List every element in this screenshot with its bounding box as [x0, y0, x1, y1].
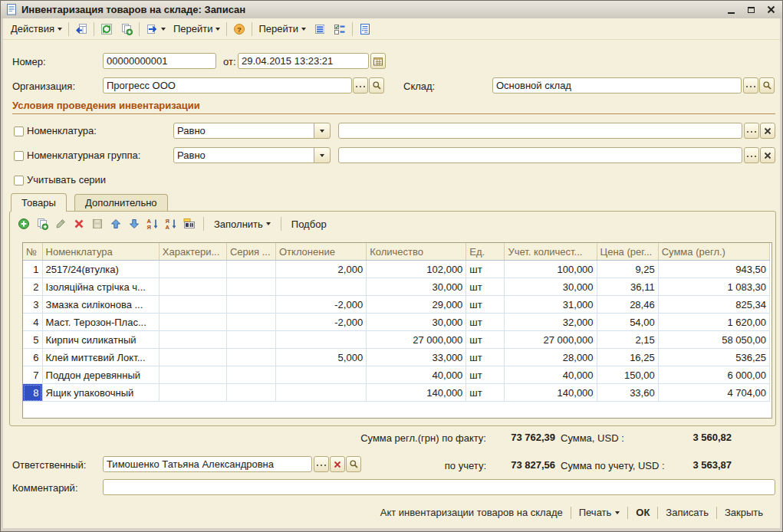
cell-col9[interactable]: 1 083,30	[658, 278, 769, 296]
cell-col2[interactable]	[159, 296, 226, 314]
column-header[interactable]: Учет. количест...	[505, 243, 597, 261]
nomgroup-clear-button[interactable]	[760, 147, 775, 163]
cell-col6[interactable]: шт	[466, 366, 505, 384]
cell-col7[interactable]: 32,000	[505, 314, 597, 331]
cell-col5[interactable]: 30,000	[367, 278, 466, 296]
refresh-button[interactable]	[97, 21, 117, 37]
cell-col0[interactable]: 5	[23, 331, 42, 349]
cell-col8[interactable]: 33,60	[597, 384, 658, 402]
cell-col2[interactable]	[159, 261, 226, 278]
organization-select-button[interactable]	[353, 77, 368, 94]
pick-button[interactable]: Подбор	[289, 217, 329, 232]
act-button[interactable]: Акт инвентаризации товаров на складе	[373, 504, 571, 521]
cell-col4[interactable]	[275, 278, 366, 296]
cell-col1[interactable]: Кирпич силикатный	[42, 331, 159, 349]
cell-col7[interactable]: 27 000,000	[505, 331, 597, 349]
table-row[interactable]: 4Маст. Терозон-Плас...-2,00030,000шт32,0…	[23, 314, 770, 331]
cell-col3[interactable]	[226, 296, 275, 314]
number-input[interactable]	[103, 53, 216, 69]
cell-col8[interactable]: 9,25	[597, 261, 658, 278]
column-header[interactable]: Цена (рег...	[597, 243, 658, 261]
delete-row-button[interactable]	[72, 218, 85, 231]
tree-list-button[interactable]	[355, 21, 375, 37]
column-header[interactable]: Ед.	[466, 243, 505, 261]
nomenclature-compare-dropdown-button[interactable]	[314, 123, 331, 139]
edit-row-button[interactable]	[54, 218, 67, 231]
nomenclature-clear-button[interactable]	[760, 123, 775, 139]
table-row[interactable]: 7Поддон деревянный40,000шт40,000150,006 …	[23, 366, 770, 384]
cell-col5[interactable]: 102,000	[367, 261, 466, 278]
end-edit-button[interactable]	[90, 218, 104, 231]
responsible-select-button[interactable]	[314, 456, 329, 472]
cell-col7[interactable]: 40,000	[505, 366, 597, 384]
cell-col3[interactable]	[226, 261, 275, 278]
cell-col6[interactable]: шт	[466, 314, 505, 331]
cell-col9[interactable]: 536,25	[658, 349, 769, 366]
cell-col4[interactable]	[275, 384, 366, 402]
ok-button[interactable]: ОК	[628, 504, 657, 521]
post-document-button[interactable]	[71, 21, 91, 37]
column-header[interactable]: Номенклатура	[42, 243, 159, 261]
cell-col3[interactable]	[226, 331, 275, 349]
cell-col6[interactable]: шт	[466, 349, 505, 366]
cell-col1[interactable]: 2517/24(втулка)	[42, 261, 159, 278]
cell-col1[interactable]: Поддон деревянный	[42, 366, 159, 384]
nomgroup-compare-dropdown-button[interactable]	[314, 147, 331, 163]
cell-col5[interactable]: 33,000	[367, 349, 466, 366]
cell-col7[interactable]: 100,000	[505, 261, 597, 278]
nomenclature-compare-combo[interactable]	[173, 123, 314, 139]
series-checkbox[interactable]	[14, 176, 24, 186]
minimize-button[interactable]	[725, 5, 737, 15]
nomgroup-checkbox[interactable]	[14, 151, 24, 161]
cell-col0[interactable]: 8	[23, 384, 42, 402]
nomgroup-value-input[interactable]	[338, 147, 742, 163]
cell-col9[interactable]: 1 620,00	[658, 314, 769, 331]
nomenclature-select-button[interactable]	[744, 123, 759, 139]
maximize-button[interactable]	[745, 5, 757, 15]
cell-col3[interactable]	[226, 349, 275, 366]
cell-col4[interactable]	[275, 366, 366, 384]
calendar-button[interactable]	[370, 53, 386, 69]
cell-col4[interactable]: -2,000	[275, 296, 366, 314]
cell-col4[interactable]: -2,000	[275, 314, 366, 331]
cell-col3[interactable]	[226, 384, 275, 402]
cell-col9[interactable]: 6 000,00	[658, 366, 769, 384]
organization-open-button[interactable]	[369, 77, 384, 94]
warehouse-input[interactable]	[492, 77, 742, 94]
table-row[interactable]: 8Ящик упаковочный140,000шт140,00033,604 …	[23, 384, 770, 402]
cell-col0[interactable]: 2	[23, 278, 42, 296]
close-form-button[interactable]: Закрыть	[717, 504, 771, 521]
organization-input[interactable]	[103, 77, 352, 94]
cell-col5[interactable]: 140,000	[367, 384, 466, 402]
responsible-input[interactable]	[103, 456, 312, 472]
cell-col1[interactable]: Маст. Терозон-Плас...	[42, 314, 159, 331]
cell-col7[interactable]: 30,000	[505, 278, 597, 296]
cell-col8[interactable]: 2,15	[597, 331, 658, 349]
column-header[interactable]: Количество	[367, 243, 466, 261]
cell-col6[interactable]: шт	[466, 384, 505, 402]
cell-col6[interactable]: шт	[466, 261, 505, 278]
responsible-open-button[interactable]	[346, 456, 361, 472]
sort-asc-button[interactable]: АЯ	[146, 218, 159, 231]
add-row-button[interactable]	[17, 218, 30, 231]
table-row[interactable]: 12517/24(втулка)2,000102,000шт100,0009,2…	[23, 261, 770, 278]
tab-additional[interactable]: Дополнительно	[74, 194, 168, 212]
cell-col2[interactable]	[159, 314, 226, 331]
help-button[interactable]: ?	[229, 21, 249, 37]
cell-col0[interactable]: 6	[23, 349, 42, 366]
barcode-scan-button[interactable]	[183, 218, 196, 231]
cell-col9[interactable]: 943,50	[658, 261, 769, 278]
tab-goods[interactable]: Товары	[11, 193, 67, 212]
cell-col1[interactable]: Змазка силіконова ...	[42, 296, 159, 314]
cell-col6[interactable]: шт	[466, 331, 505, 349]
move-down-button[interactable]	[127, 218, 140, 231]
nomenclature-value-input[interactable]	[338, 123, 742, 139]
cell-col9[interactable]: 825,34	[658, 296, 769, 314]
cell-col0[interactable]: 3	[23, 296, 42, 314]
column-header[interactable]: №	[23, 243, 42, 261]
cell-col0[interactable]: 4	[23, 314, 42, 331]
cell-col1[interactable]: Клей миттєвий Локт...	[42, 349, 159, 366]
cell-col5[interactable]: 27 000,000	[367, 331, 466, 349]
cell-col3[interactable]	[226, 278, 275, 296]
cell-col7[interactable]: 140,000	[505, 384, 597, 402]
